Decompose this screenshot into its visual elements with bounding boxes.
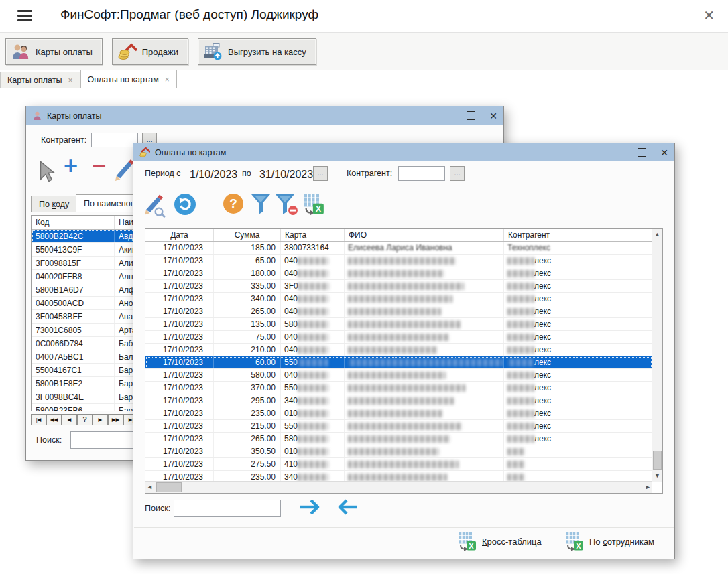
period-from-value[interactable]: 1/10/2023 bbox=[190, 169, 237, 181]
contragent-browse-button[interactable]: ... bbox=[450, 166, 465, 181]
tab-close-icon[interactable]: × bbox=[68, 76, 73, 85]
search-label: Поиск: bbox=[36, 435, 62, 445]
nav-button-1[interactable]: ◀◀ bbox=[46, 414, 62, 425]
payments-table-row[interactable]: 17/10/2023340.00040лекс bbox=[145, 293, 652, 305]
contragent-cell: лекс bbox=[504, 267, 652, 279]
payment-cards-window-titlebar[interactable]: Карты оплаты ✕ bbox=[26, 106, 503, 125]
payments-table-row[interactable]: 17/10/2023180.00040лекс bbox=[145, 267, 652, 280]
column-header-sum[interactable]: Сумма bbox=[214, 229, 281, 241]
redacted-text bbox=[298, 308, 328, 315]
vertical-scroll-thumb[interactable] bbox=[653, 451, 662, 470]
payments-table-row[interactable]: 17/10/202365.00040лекс bbox=[145, 255, 652, 267]
close-button[interactable]: ✕ bbox=[660, 148, 668, 157]
vertical-scrollbar[interactable]: ▲ ▼ bbox=[652, 229, 662, 482]
nav-button-2[interactable]: ◀ bbox=[62, 414, 77, 425]
export-excel-icon[interactable]: X bbox=[303, 192, 324, 216]
select-cursor-icon[interactable] bbox=[38, 161, 56, 182]
card-payments-window-titlebar[interactable]: Оплаты по картам ✕ bbox=[133, 143, 674, 161]
tab-close-icon[interactable]: × bbox=[165, 75, 170, 84]
sales-icon bbox=[118, 43, 137, 60]
scroll-up-icon[interactable]: ▲ bbox=[652, 230, 662, 240]
date-cell: 17/10/2023 bbox=[145, 458, 214, 470]
delete-icon[interactable]: − bbox=[92, 156, 106, 176]
payments-table-row[interactable]: 17/10/202360.00550лекс bbox=[145, 356, 652, 369]
fio-cell bbox=[345, 420, 504, 432]
upload-to-register-button[interactable]: Выгрузить на кассу bbox=[198, 38, 316, 65]
payments-table-row[interactable]: 17/10/2023210.00040лекс bbox=[145, 344, 652, 356]
sum-cell: 580.00 bbox=[214, 369, 281, 381]
contragent-input[interactable] bbox=[91, 133, 138, 147]
scroll-down-icon[interactable]: ▼ bbox=[652, 471, 662, 481]
scroll-right-icon[interactable]: ► bbox=[645, 482, 651, 492]
contragent-cell: лекс bbox=[504, 305, 652, 317]
sales-button[interactable]: Продажи bbox=[112, 38, 188, 65]
scroll-left-icon[interactable]: ◄ bbox=[147, 482, 153, 492]
redacted-text bbox=[507, 397, 534, 405]
payments-table-row[interactable]: 17/10/2023135.00580лекс bbox=[145, 318, 652, 331]
tab-by-code[interactable]: По коду bbox=[31, 196, 77, 212]
column-header-card[interactable]: Карта bbox=[281, 229, 345, 241]
payments-table-row[interactable]: 17/10/2023215.00550лекс bbox=[145, 420, 652, 433]
payments-table-row[interactable]: 17/10/202375.00040лекс bbox=[145, 331, 652, 344]
svg-text:X: X bbox=[576, 542, 581, 550]
tab-card-payments-label: Оплаты по картам bbox=[88, 75, 159, 84]
column-header-contragent[interactable]: Контрагент bbox=[504, 229, 652, 241]
payments-table-row[interactable]: 17/10/2023335.003F0лекс bbox=[145, 280, 652, 293]
period-to-label: по bbox=[242, 169, 251, 178]
nav-button-0[interactable]: |◀ bbox=[31, 414, 46, 425]
payments-table-row[interactable]: 17/10/2023580.00040лекс bbox=[145, 369, 652, 382]
by-staff-button[interactable]: X По сотрудникам bbox=[565, 531, 654, 552]
payments-table-row[interactable]: 17/10/2023265.00580лекс bbox=[145, 433, 652, 445]
app-close-icon[interactable]: ✕ bbox=[703, 7, 715, 23]
redacted-text bbox=[298, 397, 328, 405]
payments-table-row[interactable]: 17/10/2023350.50010 bbox=[145, 445, 652, 458]
search-input[interactable] bbox=[174, 500, 281, 517]
payments-table-row[interactable]: 17/10/2023265.00040лекс bbox=[145, 305, 652, 318]
close-button[interactable]: ✕ bbox=[489, 111, 497, 121]
column-header-date[interactable]: Дата bbox=[145, 229, 214, 241]
column-header-code[interactable]: Код bbox=[32, 216, 115, 229]
contragent-cell: лекс bbox=[504, 433, 652, 445]
contragent-input[interactable] bbox=[398, 166, 445, 181]
code-cell: 5800B1A6D7 bbox=[32, 283, 115, 296]
payments-table-row[interactable]: 17/10/2023370.00550лекс bbox=[145, 382, 652, 394]
cross-table-button[interactable]: X Кросс-таблица bbox=[458, 531, 542, 552]
hamburger-menu-icon[interactable] bbox=[17, 10, 32, 21]
card-cell: 3F0 bbox=[281, 280, 345, 292]
tab-card-payments[interactable]: Оплаты по картам × bbox=[80, 70, 177, 88]
fio-cell bbox=[345, 293, 504, 305]
view-edit-icon[interactable] bbox=[143, 194, 168, 218]
card-cell: 040 bbox=[281, 369, 345, 381]
nav-button-4[interactable]: ▶ bbox=[93, 414, 108, 425]
horizontal-scrollbar[interactable]: ◄ ► bbox=[145, 481, 652, 493]
payments-table-row[interactable]: 17/10/2023185.003800733164Елисеева Ларис… bbox=[145, 242, 652, 255]
card-cell: 410 bbox=[281, 458, 345, 470]
add-icon[interactable]: + bbox=[64, 156, 78, 176]
redacted-text bbox=[298, 295, 328, 303]
period-browse-button[interactable]: ... bbox=[313, 166, 328, 181]
edit-pencil-icon[interactable] bbox=[113, 158, 135, 181]
code-cell: 0C0066D784 bbox=[32, 337, 115, 350]
by-staff-button-label: По сотрудникам bbox=[589, 536, 654, 547]
payments-table-row[interactable]: 17/10/2023295.00340лекс bbox=[145, 394, 652, 407]
nav-button-3[interactable]: ? bbox=[77, 414, 93, 425]
filter-icon[interactable] bbox=[250, 193, 271, 216]
search-back-icon[interactable] bbox=[336, 498, 359, 516]
help-icon[interactable]: ? bbox=[223, 194, 243, 214]
period-to-value[interactable]: 31/10/2023 bbox=[259, 169, 313, 181]
maximize-button[interactable] bbox=[467, 111, 475, 120]
column-header-fio[interactable]: ФИО bbox=[345, 229, 504, 241]
clear-filter-icon[interactable] bbox=[274, 193, 298, 216]
redacted-text bbox=[298, 359, 328, 366]
payments-table-row[interactable]: 17/10/2023275.50410 bbox=[145, 458, 652, 471]
search-forward-icon[interactable] bbox=[299, 498, 322, 516]
refresh-icon[interactable] bbox=[174, 193, 196, 216]
payments-table-row[interactable]: 17/10/2023235.00010лекс bbox=[145, 407, 652, 420]
redacted-text bbox=[507, 295, 534, 303]
tab-payment-cards[interactable]: Карты оплаты × bbox=[0, 72, 80, 88]
maximize-button[interactable] bbox=[638, 148, 646, 157]
payment-cards-button[interactable]: Карты оплаты bbox=[5, 38, 103, 65]
horizontal-scroll-thumb[interactable] bbox=[156, 482, 182, 492]
fio-cell bbox=[345, 407, 504, 419]
nav-button-5[interactable]: ▶▶ bbox=[108, 414, 123, 425]
